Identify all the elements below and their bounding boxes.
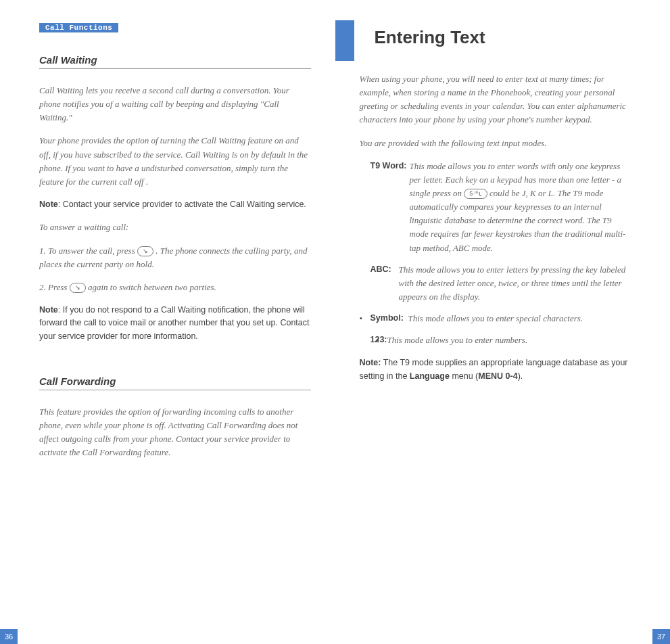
mode-label: T9 Word:: [370, 160, 407, 172]
mode-123: 123: This mode allows you to enter numbe…: [360, 334, 631, 347]
step-text: again to switch between two parties.: [86, 282, 216, 292]
mode-desc: This mode allows you to enter numbers.: [387, 335, 528, 345]
chapter-title: Entering Text: [375, 27, 631, 48]
note-label: Note: [39, 305, 58, 315]
right-page: Entering Text When using your phone, you…: [335, 0, 671, 644]
step-text: 2. Press: [39, 282, 70, 292]
step-1: 1. To answer the call, press ↘ . The pho…: [39, 244, 311, 271]
body-text: This feature provides the option of forw…: [39, 405, 311, 460]
menu-path: MENU 0-4: [478, 371, 517, 381]
note-body: : If you do not respond to a Call Waitin…: [39, 305, 310, 341]
mode-desc: This mode allows you to enter special ch…: [408, 312, 631, 325]
body-text: When using your phone, you will need to …: [360, 72, 631, 127]
menu-name: Language: [410, 371, 450, 381]
note-text: Note: The T9 mode supplies an appropriat…: [360, 356, 631, 383]
body-text: To answer a waiting call:: [39, 221, 311, 234]
mode-abc: ABC: This mode allows you to enter lette…: [360, 263, 631, 304]
body-text: You are provided with the following text…: [360, 137, 631, 150]
page-number-right: 37: [652, 629, 670, 644]
spacer: [39, 352, 311, 373]
note-body: : Contact your service provider to activ…: [58, 200, 306, 209]
mode-label: 123:: [370, 334, 387, 346]
body-text: Your phone provides the option of turnin…: [39, 134, 311, 189]
text: menu (: [450, 371, 478, 381]
mode-symbol: Symbol: This mode allows you to enter sp…: [360, 312, 631, 325]
step-text: 1. To answer the call, press: [39, 246, 137, 256]
note-text: Note: If you do not respond to a Call Wa…: [39, 304, 311, 343]
mode-desc: This mode allows you to enter letters by…: [399, 263, 631, 304]
text: ).: [518, 371, 523, 381]
accent-bar: [335, 20, 354, 61]
send-key-icon: ↘: [137, 246, 153, 256]
left-page: Call Functions Call Waiting Call Waiting…: [0, 0, 335, 644]
mode-label: ABC:: [370, 263, 391, 276]
section-tab: Call Functions: [39, 23, 118, 32]
body-text: Call Waiting lets you receive a second c…: [39, 84, 311, 124]
mode-t9: T9 Word: This mode allows you to enter w…: [360, 160, 631, 255]
note-label: Note: [39, 200, 58, 209]
page-number-left: 36: [0, 629, 18, 644]
note-text: Note: Contact your service provider to a…: [39, 198, 311, 211]
mode-label: Symbol:: [370, 312, 404, 325]
mode-desc: This mode allows you to enter words with…: [410, 160, 631, 255]
note-label: Note:: [360, 358, 381, 367]
heading-call-forwarding: Call Forwarding: [39, 375, 311, 390]
key-5-icon: 5 ᴶᴷʟ: [464, 189, 487, 199]
step-2: 2. Press ↘ again to switch between two p…: [39, 281, 311, 294]
heading-call-waiting: Call Waiting: [39, 54, 311, 69]
send-key-icon: ↘: [70, 283, 86, 293]
